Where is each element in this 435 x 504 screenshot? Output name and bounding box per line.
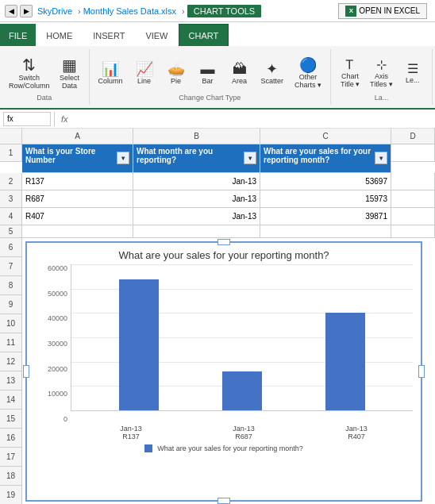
- axis-titles-button[interactable]: ⊹ Axis Titles ▾: [366, 56, 397, 91]
- row-num-3: 3: [0, 190, 22, 208]
- pie-chart-button[interactable]: 🥧 Pie: [162, 60, 191, 88]
- bar-chart-button[interactable]: ▬ Bar: [194, 60, 222, 88]
- excel-icon: X: [345, 6, 356, 17]
- cell-5-d: [391, 225, 435, 238]
- axis-titles-icon: ⊹: [376, 59, 387, 71]
- cell-4-b[interactable]: Jan-13: [133, 208, 260, 225]
- title-bar: ◀ ▶ SkyDrive › Monthly Sales Data.xlsx ›…: [0, 0, 435, 22]
- row-numbers-chart: 6 7 8 9 10 11 12 13 14 15 16 17 18 19: [0, 238, 22, 504]
- row-num-12: 12: [0, 352, 22, 371]
- formula-separator: [54, 112, 55, 126]
- ribbon: ⇅ Switch Row/Column ▦ Select Data Data 📊…: [0, 46, 435, 110]
- table-row-5: 5: [0, 225, 435, 238]
- other-charts-label: Other Charts ▾: [294, 74, 321, 90]
- switch-row-column-button[interactable]: ⇅ Switch Row/Column: [5, 55, 54, 93]
- back-button[interactable]: ◀: [5, 5, 17, 17]
- cell-5-a: [22, 225, 133, 238]
- forward-button[interactable]: ▶: [20, 5, 33, 17]
- other-charts-button[interactable]: 🔵 Other Charts ▾: [291, 56, 325, 92]
- cell-header-b: What month are you reporting? ▾: [133, 144, 260, 173]
- ribbon-data-buttons: ⇅ Switch Row/Column ▦ Select Data: [5, 51, 84, 94]
- col-header-d: D: [391, 129, 435, 144]
- line-icon: 📈: [136, 62, 153, 76]
- x-label-1: Jan-13 R137: [103, 425, 159, 441]
- x-label-3-bottom: R407: [329, 433, 384, 441]
- x-label-2-bottom: R687: [216, 433, 271, 441]
- y-label-40000: 40000: [48, 314, 67, 322]
- cell-header-a: What is your Store Number ▾: [22, 144, 133, 173]
- chart-title-button[interactable]: Ꭲ Chart Title ▾: [336, 56, 364, 91]
- header-cell-inner-a: What is your Store Number ▾: [25, 147, 129, 164]
- chart-title-label: Chart Title ▾: [341, 73, 360, 89]
- select-data-button[interactable]: ▦ Select Data: [56, 55, 84, 93]
- chart-title-icon: Ꭲ: [346, 59, 354, 71]
- cell-2-b[interactable]: Jan-13: [133, 173, 260, 190]
- skydrive-link[interactable]: SkyDrive: [37, 6, 72, 16]
- row-num-6: 6: [0, 238, 22, 257]
- y-label-0: 0: [64, 415, 67, 423]
- area-chart-button[interactable]: 🏔 Area: [225, 60, 254, 88]
- table-row-header: 1 What is your Store Number ▾ What month…: [0, 144, 435, 173]
- scatter-label: Scatter: [261, 78, 284, 86]
- cell-2-c[interactable]: 53697: [260, 173, 391, 190]
- data-group-label: Data: [37, 94, 52, 103]
- x-label-1-top: Jan-13: [103, 425, 159, 433]
- chart-type-buttons: 📊 Column 📈 Line 🥧 Pie ▬ Bar 🏔 Area ✦ S: [94, 51, 326, 94]
- header-dropdown-b[interactable]: ▾: [244, 152, 256, 164]
- tab-insert[interactable]: INSERT: [83, 24, 135, 46]
- tab-file[interactable]: FILE: [0, 24, 36, 46]
- cell-header-d: [391, 144, 435, 162]
- header-cell-inner-b: What month are you reporting? ▾: [137, 147, 256, 164]
- cell-4-a[interactable]: R407: [22, 208, 133, 225]
- header-dropdown-c[interactable]: ▾: [375, 152, 387, 164]
- row-num-9: 9: [0, 295, 22, 314]
- bar-group-1: [119, 279, 159, 410]
- filename-link[interactable]: Monthly Sales Data.xlsx: [83, 6, 176, 16]
- bar-group-2: [222, 371, 262, 410]
- table-row-2: 2 R137 Jan-13 53697: [0, 173, 435, 190]
- header-text-a: What is your Store Number: [25, 147, 117, 164]
- open-excel-button[interactable]: X OPEN IN EXCEL: [338, 3, 427, 19]
- area-icon: 🏔: [233, 62, 247, 76]
- tab-home[interactable]: HOME: [36, 24, 83, 46]
- header-dropdown-a[interactable]: ▾: [117, 152, 129, 164]
- row-num-18: 18: [0, 467, 22, 486]
- tab-chart[interactable]: CHART: [179, 24, 229, 46]
- ribbon-group-labels: Ꭲ Chart Title ▾ ⊹ Axis Titles ▾ ☰ Le... …: [331, 49, 433, 105]
- cell-5-c: [260, 225, 391, 238]
- x-label-2: Jan-13 R687: [216, 425, 271, 441]
- ribbon-tabs: FILE HOME INSERT VIEW CHART: [0, 22, 435, 46]
- resize-handle-bottom[interactable]: [217, 498, 230, 504]
- cell-5-b: [133, 225, 260, 238]
- cell-3-b[interactable]: Jan-13: [133, 190, 260, 208]
- table-row-3: 3 R687 Jan-13 15973: [0, 190, 435, 208]
- resize-handle-right[interactable]: [418, 365, 425, 378]
- legend-button[interactable]: ☰ Le...: [398, 60, 427, 87]
- legend-color-swatch: [144, 444, 152, 452]
- bar-icon: ▬: [201, 62, 215, 76]
- scatter-chart-button[interactable]: ✦ Scatter: [257, 60, 288, 88]
- cell-3-c[interactable]: 15973: [260, 190, 391, 208]
- row-num-7: 7: [0, 257, 22, 276]
- chart-body: 60000 50000 40000 30000 20000 10000 0: [35, 264, 413, 423]
- row-num-15: 15: [0, 410, 22, 429]
- cell-2-a[interactable]: R137: [22, 173, 133, 190]
- resize-handle-top[interactable]: [217, 239, 230, 245]
- name-box[interactable]: [3, 112, 51, 126]
- legend-icon: ☰: [407, 63, 418, 75]
- resize-handle-left[interactable]: [23, 365, 29, 378]
- tab-view[interactable]: VIEW: [135, 24, 178, 46]
- column-chart-button[interactable]: 📊 Column: [94, 60, 127, 88]
- cell-4-c[interactable]: 39871: [260, 208, 391, 225]
- select-data-icon: ▦: [62, 57, 77, 73]
- col-header-a: A: [22, 129, 133, 144]
- open-excel-label: OPEN IN EXCEL: [359, 6, 420, 15]
- bars-container: [71, 279, 413, 410]
- chart-wrapper: What are your sales for your reporting m…: [25, 241, 422, 502]
- chart-plot-area: [71, 264, 413, 411]
- formula-fx-label: fx: [58, 114, 71, 124]
- line-chart-button[interactable]: 📈 Line: [130, 60, 159, 88]
- chart-tools-badge: CHART TOOLS: [187, 5, 261, 17]
- cell-3-a[interactable]: R687: [22, 190, 133, 208]
- row-num-13: 13: [0, 371, 22, 391]
